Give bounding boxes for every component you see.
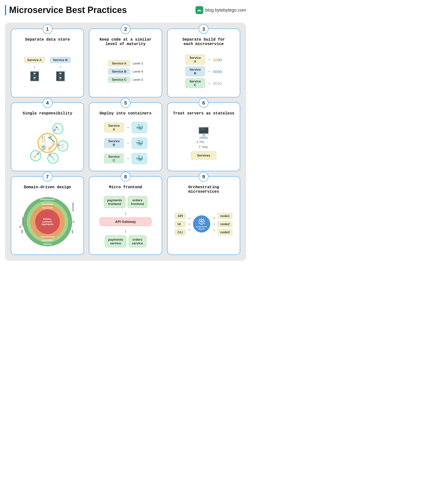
card-9-node3: node3 — [218, 229, 232, 235]
card-9-k8s-master: KubernetesMaster — [193, 215, 210, 233]
card-6-req-label: req — [199, 140, 204, 143]
card-5-title: Deploy into containers — [99, 111, 151, 116]
card-5-docker-a: 🐳 — [132, 122, 147, 133]
card-5-row-b: Service B → 🐳 — [93, 138, 158, 149]
card-8-payments-service: paymentsservice — [105, 235, 126, 247]
card-7-controllers-label: Controllers — [42, 239, 53, 241]
card-9-number: 9 — [199, 172, 208, 182]
brand: blog.bytebytego.com — [195, 6, 246, 14]
card-1-service-b-col: Service B ↓ 🗄️ — [50, 57, 71, 81]
card-3-service-b: Service B — [185, 66, 205, 76]
card-2-service-a: Service A — [108, 60, 130, 66]
card-9-ui: UI — [175, 221, 186, 227]
card-5-arrow-a: → — [126, 125, 130, 130]
card-3-number: 3 — [199, 24, 208, 34]
card-4-diagram: 🍴🔧🍵🧹 🔪 🍴 🥄 🧹 — [25, 121, 70, 165]
card-5-arrow-b: → — [126, 141, 130, 145]
card-1-service-a-col: Service A ↓ 🗄️ — [24, 57, 45, 81]
card-4-center-circle: 🍴🔧🍵🧹 — [38, 133, 57, 153]
card-7-diagram: Entities,Contexts,Aggregates Infrastruct… — [23, 197, 72, 246]
card-7-db-label: DB — [21, 230, 23, 233]
card-1-content: Service A ↓ 🗄️ Service B ↓ 🗄️ — [15, 45, 80, 93]
card-8-content: paymentsfrontend ordersfrontend ↓ API Ga… — [93, 193, 158, 251]
card-9-node1: node1 — [218, 213, 232, 219]
card-8-orders-service: ordersservice — [129, 235, 146, 247]
card-7-app-services-label: App Services — [40, 235, 54, 238]
card-6-req-row: ↓ req — [196, 139, 204, 144]
card-2-level-row-2: Service B Level 4 — [108, 68, 143, 75]
card-7-devices-label: Devices — [43, 243, 52, 245]
card-7-network-label: Network — [72, 203, 74, 211]
svg-point-7 — [201, 220, 203, 222]
card-6-content: 🖥️ ↓ req ↑ resp Services — [172, 119, 236, 167]
card-3-arrow-b: → — [207, 69, 211, 74]
card-5-docker-c: 🐳 — [132, 153, 147, 164]
card-7-presenters-label: Presenters — [42, 203, 53, 205]
card-3-arrow-a: → — [207, 57, 211, 62]
card-8-payments-frontend: paymentsfrontend — [104, 196, 125, 208]
card-6-diagram: 🖥️ ↓ req ↑ resp Services — [191, 126, 217, 159]
card-1-service-b: Service B — [50, 57, 71, 63]
card-2-content: Service A Level 3 Service B Level 4 Serv… — [93, 50, 158, 93]
card-9: 9 Orchestratingmicroservices API UI CLI … — [167, 176, 240, 255]
card-3-row-a: Service A → ∞∞ — [172, 55, 236, 64]
card-3: 3 Separate build foreach microservice Se… — [167, 29, 240, 97]
card-1-arrow-a: ↓ — [33, 64, 36, 69]
card-3-content: Service A → ∞∞ Service B → ∞∞ Service C … — [172, 50, 236, 93]
card-5: 5 Deploy into containers Service A → 🐳 S… — [89, 102, 162, 171]
card-9-arrows-right: → → → — [212, 216, 216, 232]
card-9-title: Orchestratingmicroservices — [188, 185, 219, 194]
card-6-resp-row: ↑ resp — [199, 144, 208, 149]
card-2-service-c: Service C — [108, 77, 130, 83]
card-2: 2 Keep code at a similarlevel of maturit… — [89, 29, 162, 97]
card-6-services: Services — [191, 151, 217, 159]
card-2-level-b: Level 4 — [133, 70, 143, 73]
card-7-layer-core: Entities,Contexts,Aggregates — [35, 209, 60, 234]
card-2-service-b: Service B — [108, 68, 130, 75]
card-1-service-a: Service A — [24, 57, 45, 63]
card-7-ui-label: UI — [72, 221, 75, 223]
card-6: 6 Treat servers as stateless 🖥️ ↓ req ↑ … — [167, 102, 240, 171]
card-9-nodes: node1 node2 node3 — [218, 213, 232, 235]
card-5-row-a: Service A → 🐳 — [93, 122, 158, 133]
card-9-node2: node2 — [218, 221, 232, 227]
card-3-ci-c: ∞∞ — [213, 79, 222, 87]
card-5-docker-b: 🐳 — [132, 138, 147, 149]
card-1: 1 Separate data store Service A ↓ 🗄️ Ser… — [11, 29, 84, 97]
card-8-title: Micro frontend — [109, 185, 142, 189]
card-5-row-c: Service C → 🐳 — [93, 153, 158, 164]
card-1-arrow-b: ↓ — [59, 64, 62, 69]
card-2-level-row-1: Service A Level 3 — [108, 60, 143, 66]
card-7-io-label: IO — [19, 225, 21, 228]
card-1-db-a: 🗄️ — [29, 71, 40, 81]
card-3-service-a: Service A — [185, 55, 205, 64]
card-4: 4 Single responsibility 🍴🔧🍵🧹 🔪 🍴 🥄 🧹 — [11, 102, 84, 171]
card-4-content: 🍴🔧🍵🧹 🔪 🍴 🥄 🧹 — [15, 119, 80, 167]
card-7-number: 7 — [43, 172, 52, 182]
card-5-service-b: Service B — [104, 138, 124, 148]
card-2-number: 2 — [121, 24, 130, 34]
card-2-title: Keep code at a similarlevel of maturity — [99, 37, 151, 46]
card-9-content: API UI CLI → → → — [172, 197, 236, 251]
card-7-content: Entities,Contexts,Aggregates Infrastruct… — [15, 193, 80, 251]
card-3-row-b: Service B → ∞∞ — [172, 66, 236, 76]
card-1-db-b: 🗄️ — [55, 71, 66, 81]
card-6-number: 6 — [199, 98, 208, 108]
card-8-gateway: API Gateway — [100, 218, 151, 226]
card-9-k8s-label: KubernetesMaster — [196, 226, 207, 230]
card-2-level-a: Level 3 — [133, 62, 143, 65]
card-7: 7 Domain-driven design Entities,Contexts… — [11, 176, 84, 255]
brand-text: blog.bytebytego.com — [205, 8, 246, 13]
cards-grid: 1 Separate data store Service A ↓ 🗄️ Ser… — [11, 29, 240, 255]
card-6-arrows: ↓ req ↑ resp — [196, 139, 211, 149]
card-7-libraries-label: Libraries — [21, 217, 24, 226]
card-9-arrows-left: → → → — [188, 216, 191, 232]
card-3-service-c: Service C — [185, 78, 205, 88]
card-3-row-c: Service C → ∞∞ — [172, 78, 236, 88]
card-4-number: 4 — [43, 98, 52, 108]
card-6-title: Treat servers as stateless — [173, 111, 235, 116]
card-9-inputs: API UI CLI — [175, 213, 186, 235]
card-5-service-c: Service C — [104, 154, 124, 163]
card-9-diagram: API UI CLI → → → — [175, 213, 232, 235]
card-8-arrow-down-1: ↓ — [124, 210, 127, 216]
